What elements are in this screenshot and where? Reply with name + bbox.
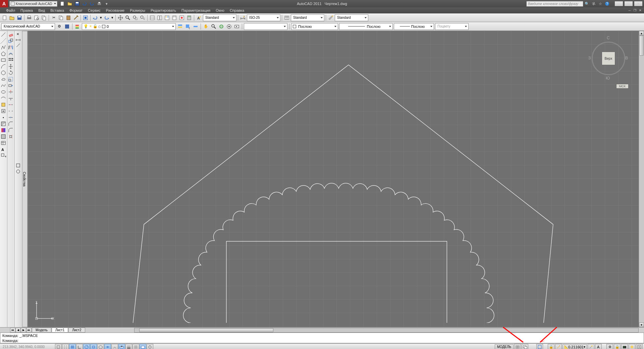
ortho-button[interactable] xyxy=(76,344,83,349)
make-block-icon[interactable]: + xyxy=(0,108,7,114)
extend-icon[interactable] xyxy=(7,95,14,101)
region-icon[interactable] xyxy=(0,134,7,140)
mtext-icon[interactable]: A xyxy=(0,146,7,152)
undo-dropdown-icon[interactable]: ▾ xyxy=(99,14,103,21)
toolbar-lock-icon[interactable]: 🔒 xyxy=(614,344,621,349)
tool-palette-icon[interactable] xyxy=(164,14,170,21)
pan-icon[interactable] xyxy=(117,14,124,21)
design-center-icon[interactable] xyxy=(156,14,163,21)
annotation-scale-icon[interactable] xyxy=(555,344,562,349)
clean-screen-icon[interactable] xyxy=(636,344,643,349)
ducs-button[interactable] xyxy=(111,344,118,349)
search-input[interactable]: Введите ключевое слово/фразу xyxy=(526,1,583,7)
layer-previous-icon[interactable] xyxy=(184,23,191,30)
exchange-icon[interactable] xyxy=(591,1,597,7)
publish-icon[interactable] xyxy=(41,14,47,21)
scroll-up-button[interactable]: ▲ xyxy=(639,31,644,36)
vertical-scrollbar[interactable]: ▲ ▼ xyxy=(639,31,644,327)
viewcube[interactable]: Bepx С Ю В З xyxy=(588,35,629,82)
annotation-lock-icon[interactable]: 🔒 xyxy=(548,344,554,349)
menu-view[interactable]: Вид xyxy=(36,7,48,13)
hardware-accel-icon[interactable] xyxy=(621,344,628,349)
dim-linear-icon[interactable] xyxy=(15,36,21,42)
quickcalc-icon[interactable] xyxy=(186,14,193,21)
rotate-icon[interactable] xyxy=(7,70,14,76)
move-icon[interactable] xyxy=(7,63,14,69)
qp-button[interactable] xyxy=(140,344,146,349)
new-icon[interactable] xyxy=(1,14,8,21)
break-at-point-icon[interactable] xyxy=(7,102,14,108)
showmotion-icon[interactable] xyxy=(233,23,240,30)
gradient-icon[interactable] xyxy=(0,127,7,133)
tab-last-button[interactable]: ⏭ xyxy=(26,328,32,333)
polyline-icon[interactable] xyxy=(0,44,7,50)
3dosnap-button[interactable] xyxy=(97,344,104,349)
add-selected-icon[interactable]: + xyxy=(0,153,7,159)
arc-icon[interactable] xyxy=(0,63,7,69)
undo-icon[interactable] xyxy=(92,14,99,21)
construction-line-icon[interactable] xyxy=(0,38,7,44)
circle-icon[interactable] xyxy=(0,70,7,76)
linetype-combo[interactable]: Послою xyxy=(339,23,393,30)
mlstyle-combo[interactable]: Standard xyxy=(335,14,368,21)
polygon-icon[interactable] xyxy=(0,51,7,57)
fillet-icon[interactable] xyxy=(7,127,14,133)
zoom-previous-icon[interactable] xyxy=(139,14,146,21)
explode-icon[interactable] xyxy=(7,134,14,140)
qat-redo-icon[interactable] xyxy=(89,1,95,7)
tablestyle-combo[interactable]: Standard xyxy=(291,14,324,21)
block-editor-icon[interactable] xyxy=(82,14,89,21)
point-icon[interactable]: • xyxy=(0,114,7,120)
dyn-button[interactable]: + xyxy=(118,344,125,349)
workspace-combo[interactable]: Классический AutoCAD xyxy=(1,23,55,30)
redo-dropdown-icon[interactable]: ▾ xyxy=(111,14,114,21)
annotation-scale-value[interactable]: 📐0.211601▾ xyxy=(562,344,587,349)
viewcube-top-face[interactable]: Bepx xyxy=(602,52,615,65)
menu-draw[interactable]: Рисование xyxy=(103,7,127,13)
doc-close-button[interactable]: ✕ xyxy=(638,8,643,13)
dimstyle-combo[interactable]: ISO-25 xyxy=(247,14,280,21)
qat-undo-icon[interactable] xyxy=(82,1,88,7)
model-paper-toggle[interactable]: МОДЕЛЬ xyxy=(495,344,514,349)
color-combo[interactable]: Послою xyxy=(291,23,338,30)
line-icon[interactable] xyxy=(0,32,7,38)
break-icon[interactable] xyxy=(7,108,14,114)
steering-wheel-icon[interactable] xyxy=(226,23,232,30)
layout1-tab[interactable]: Лист1 xyxy=(52,328,68,333)
workspace-quick-selector[interactable]: Классический AutoCAD xyxy=(9,1,57,7)
layer-states-icon[interactable] xyxy=(177,23,183,30)
osnap-button[interactable] xyxy=(90,344,97,349)
favorite-icon[interactable]: ☆ xyxy=(597,1,603,7)
viewcube-west[interactable]: З xyxy=(588,56,591,60)
markup-icon[interactable] xyxy=(178,14,185,21)
minimize-button[interactable]: ─ xyxy=(614,1,623,6)
redo-icon[interactable] xyxy=(103,14,110,21)
paste-icon[interactable] xyxy=(65,14,72,21)
layer-manager-icon[interactable] xyxy=(74,23,81,30)
sc-button[interactable] xyxy=(147,344,153,349)
scroll-h-thumb[interactable] xyxy=(139,328,273,332)
annotation-autoscale-icon[interactable]: A xyxy=(595,344,602,349)
pan-icon-2[interactable]: ✋ xyxy=(203,23,209,30)
quickview-layouts-icon[interactable] xyxy=(514,344,521,349)
app-logo[interactable]: A xyxy=(0,0,8,7)
qat-save-icon[interactable] xyxy=(74,1,80,7)
workspace-save-icon[interactable] xyxy=(64,23,70,30)
maximize-button[interactable]: □ xyxy=(624,1,633,6)
save-icon[interactable] xyxy=(16,14,23,21)
erase-icon[interactable] xyxy=(7,32,14,38)
ellipse-icon[interactable] xyxy=(0,89,7,95)
qat-new-icon[interactable] xyxy=(59,1,65,7)
orbit-icon[interactable] xyxy=(218,23,225,30)
viewcube-south[interactable]: Ю xyxy=(606,76,610,81)
copy-icon[interactable] xyxy=(58,14,64,21)
polar-button[interactable] xyxy=(83,344,90,349)
viewcube-north[interactable]: С xyxy=(607,36,610,40)
menu-dimension[interactable]: Размеры xyxy=(127,7,148,13)
named-views-combo[interactable] xyxy=(244,23,287,30)
grid-button[interactable] xyxy=(69,344,76,349)
hatch-icon[interactable] xyxy=(0,121,7,127)
tablestyle-icon[interactable] xyxy=(283,14,290,21)
annotation-visibility-icon[interactable] xyxy=(588,344,594,349)
textstyle-combo[interactable]: Standard xyxy=(203,14,236,21)
